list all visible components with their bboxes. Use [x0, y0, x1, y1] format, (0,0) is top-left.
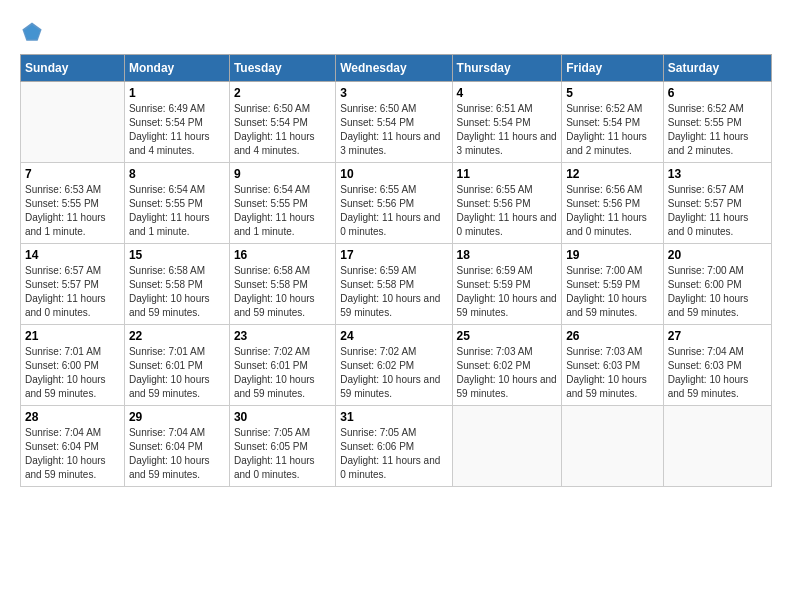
day-cell: 28Sunrise: 7:04 AMSunset: 6:04 PMDayligh…	[21, 406, 125, 487]
day-number: 2	[234, 86, 331, 100]
day-number: 26	[566, 329, 659, 343]
day-number: 5	[566, 86, 659, 100]
day-number: 13	[668, 167, 767, 181]
day-info: Sunrise: 7:02 AMSunset: 6:01 PMDaylight:…	[234, 345, 331, 401]
day-info: Sunrise: 7:05 AMSunset: 6:05 PMDaylight:…	[234, 426, 331, 482]
day-cell	[21, 82, 125, 163]
day-number: 25	[457, 329, 558, 343]
logo	[20, 20, 48, 44]
day-number: 7	[25, 167, 120, 181]
day-cell: 4Sunrise: 6:51 AMSunset: 5:54 PMDaylight…	[452, 82, 562, 163]
day-cell: 14Sunrise: 6:57 AMSunset: 5:57 PMDayligh…	[21, 244, 125, 325]
calendar-body: 1Sunrise: 6:49 AMSunset: 5:54 PMDaylight…	[21, 82, 772, 487]
calendar-header: SundayMondayTuesdayWednesdayThursdayFrid…	[21, 55, 772, 82]
day-cell: 9Sunrise: 6:54 AMSunset: 5:55 PMDaylight…	[229, 163, 335, 244]
day-cell: 13Sunrise: 6:57 AMSunset: 5:57 PMDayligh…	[663, 163, 771, 244]
day-info: Sunrise: 7:01 AMSunset: 6:00 PMDaylight:…	[25, 345, 120, 401]
day-number: 14	[25, 248, 120, 262]
day-number: 11	[457, 167, 558, 181]
day-info: Sunrise: 7:05 AMSunset: 6:06 PMDaylight:…	[340, 426, 447, 482]
day-cell	[663, 406, 771, 487]
header-friday: Friday	[562, 55, 664, 82]
day-cell: 5Sunrise: 6:52 AMSunset: 5:54 PMDaylight…	[562, 82, 664, 163]
day-number: 4	[457, 86, 558, 100]
day-number: 9	[234, 167, 331, 181]
day-number: 15	[129, 248, 225, 262]
header-thursday: Thursday	[452, 55, 562, 82]
day-cell: 24Sunrise: 7:02 AMSunset: 6:02 PMDayligh…	[336, 325, 452, 406]
day-number: 12	[566, 167, 659, 181]
week-row-1: 1Sunrise: 6:49 AMSunset: 5:54 PMDaylight…	[21, 82, 772, 163]
day-cell: 21Sunrise: 7:01 AMSunset: 6:00 PMDayligh…	[21, 325, 125, 406]
day-info: Sunrise: 7:01 AMSunset: 6:01 PMDaylight:…	[129, 345, 225, 401]
day-info: Sunrise: 6:52 AMSunset: 5:55 PMDaylight:…	[668, 102, 767, 158]
header-tuesday: Tuesday	[229, 55, 335, 82]
header-saturday: Saturday	[663, 55, 771, 82]
day-cell: 1Sunrise: 6:49 AMSunset: 5:54 PMDaylight…	[124, 82, 229, 163]
day-info: Sunrise: 6:54 AMSunset: 5:55 PMDaylight:…	[129, 183, 225, 239]
day-cell	[562, 406, 664, 487]
day-info: Sunrise: 6:57 AMSunset: 5:57 PMDaylight:…	[668, 183, 767, 239]
day-info: Sunrise: 7:02 AMSunset: 6:02 PMDaylight:…	[340, 345, 447, 401]
day-number: 20	[668, 248, 767, 262]
day-number: 21	[25, 329, 120, 343]
day-number: 27	[668, 329, 767, 343]
day-cell: 10Sunrise: 6:55 AMSunset: 5:56 PMDayligh…	[336, 163, 452, 244]
day-cell: 12Sunrise: 6:56 AMSunset: 5:56 PMDayligh…	[562, 163, 664, 244]
day-number: 18	[457, 248, 558, 262]
day-number: 16	[234, 248, 331, 262]
day-info: Sunrise: 7:04 AMSunset: 6:04 PMDaylight:…	[129, 426, 225, 482]
day-info: Sunrise: 6:54 AMSunset: 5:55 PMDaylight:…	[234, 183, 331, 239]
day-cell: 18Sunrise: 6:59 AMSunset: 5:59 PMDayligh…	[452, 244, 562, 325]
day-cell: 23Sunrise: 7:02 AMSunset: 6:01 PMDayligh…	[229, 325, 335, 406]
header-monday: Monday	[124, 55, 229, 82]
day-cell: 6Sunrise: 6:52 AMSunset: 5:55 PMDaylight…	[663, 82, 771, 163]
day-info: Sunrise: 6:56 AMSunset: 5:56 PMDaylight:…	[566, 183, 659, 239]
logo-icon	[20, 20, 44, 44]
day-number: 10	[340, 167, 447, 181]
day-info: Sunrise: 6:50 AMSunset: 5:54 PMDaylight:…	[234, 102, 331, 158]
day-number: 17	[340, 248, 447, 262]
day-cell: 16Sunrise: 6:58 AMSunset: 5:58 PMDayligh…	[229, 244, 335, 325]
header-wednesday: Wednesday	[336, 55, 452, 82]
day-info: Sunrise: 6:57 AMSunset: 5:57 PMDaylight:…	[25, 264, 120, 320]
day-number: 23	[234, 329, 331, 343]
day-info: Sunrise: 6:55 AMSunset: 5:56 PMDaylight:…	[457, 183, 558, 239]
day-info: Sunrise: 7:03 AMSunset: 6:03 PMDaylight:…	[566, 345, 659, 401]
day-cell: 27Sunrise: 7:04 AMSunset: 6:03 PMDayligh…	[663, 325, 771, 406]
week-row-3: 14Sunrise: 6:57 AMSunset: 5:57 PMDayligh…	[21, 244, 772, 325]
day-info: Sunrise: 7:04 AMSunset: 6:04 PMDaylight:…	[25, 426, 120, 482]
day-info: Sunrise: 6:51 AMSunset: 5:54 PMDaylight:…	[457, 102, 558, 158]
day-number: 8	[129, 167, 225, 181]
header-sunday: Sunday	[21, 55, 125, 82]
week-row-2: 7Sunrise: 6:53 AMSunset: 5:55 PMDaylight…	[21, 163, 772, 244]
week-row-5: 28Sunrise: 7:04 AMSunset: 6:04 PMDayligh…	[21, 406, 772, 487]
day-info: Sunrise: 6:50 AMSunset: 5:54 PMDaylight:…	[340, 102, 447, 158]
day-info: Sunrise: 6:58 AMSunset: 5:58 PMDaylight:…	[129, 264, 225, 320]
day-info: Sunrise: 6:53 AMSunset: 5:55 PMDaylight:…	[25, 183, 120, 239]
day-cell: 7Sunrise: 6:53 AMSunset: 5:55 PMDaylight…	[21, 163, 125, 244]
day-cell: 29Sunrise: 7:04 AMSunset: 6:04 PMDayligh…	[124, 406, 229, 487]
day-cell: 11Sunrise: 6:55 AMSunset: 5:56 PMDayligh…	[452, 163, 562, 244]
header-row: SundayMondayTuesdayWednesdayThursdayFrid…	[21, 55, 772, 82]
day-number: 29	[129, 410, 225, 424]
day-cell: 30Sunrise: 7:05 AMSunset: 6:05 PMDayligh…	[229, 406, 335, 487]
day-info: Sunrise: 7:00 AMSunset: 5:59 PMDaylight:…	[566, 264, 659, 320]
day-cell: 20Sunrise: 7:00 AMSunset: 6:00 PMDayligh…	[663, 244, 771, 325]
week-row-4: 21Sunrise: 7:01 AMSunset: 6:00 PMDayligh…	[21, 325, 772, 406]
day-number: 28	[25, 410, 120, 424]
day-cell: 25Sunrise: 7:03 AMSunset: 6:02 PMDayligh…	[452, 325, 562, 406]
day-info: Sunrise: 7:00 AMSunset: 6:00 PMDaylight:…	[668, 264, 767, 320]
day-cell: 26Sunrise: 7:03 AMSunset: 6:03 PMDayligh…	[562, 325, 664, 406]
day-info: Sunrise: 7:03 AMSunset: 6:02 PMDaylight:…	[457, 345, 558, 401]
day-cell: 22Sunrise: 7:01 AMSunset: 6:01 PMDayligh…	[124, 325, 229, 406]
day-number: 24	[340, 329, 447, 343]
day-cell: 3Sunrise: 6:50 AMSunset: 5:54 PMDaylight…	[336, 82, 452, 163]
day-number: 30	[234, 410, 331, 424]
day-number: 1	[129, 86, 225, 100]
day-cell: 15Sunrise: 6:58 AMSunset: 5:58 PMDayligh…	[124, 244, 229, 325]
day-number: 31	[340, 410, 447, 424]
day-cell: 19Sunrise: 7:00 AMSunset: 5:59 PMDayligh…	[562, 244, 664, 325]
day-info: Sunrise: 7:04 AMSunset: 6:03 PMDaylight:…	[668, 345, 767, 401]
day-cell: 31Sunrise: 7:05 AMSunset: 6:06 PMDayligh…	[336, 406, 452, 487]
